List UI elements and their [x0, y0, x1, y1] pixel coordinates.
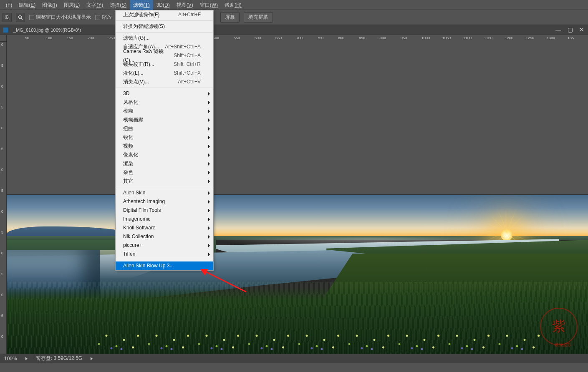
menu-layer[interactable]: 图层(L)	[61, 0, 83, 10]
menuitem-filtercat-1[interactable]: 风格化	[116, 98, 213, 107]
menuitem-filtercat-10[interactable]: 其它	[116, 177, 213, 186]
resize-window-checkbox[interactable]: 调整窗口大小以满屏显示	[29, 14, 91, 21]
menuitem-convert-smart[interactable]: 转换为智能滤镜(S)	[116, 22, 213, 31]
menu-edit[interactable]: 编辑(E)	[15, 0, 39, 10]
menu-separator	[116, 187, 213, 187]
ruler-corner	[0, 35, 7, 42]
svg-line-5	[21, 18, 23, 20]
menuitem-plugin-5[interactable]: Nik Collection	[116, 232, 213, 241]
zoom-level[interactable]: 100%	[4, 356, 17, 362]
menuitem-plugin-6[interactable]: piccure+	[116, 241, 213, 250]
close-button[interactable]: ✕	[578, 26, 585, 33]
menuitem-plugin-1[interactable]: Athentech Imaging	[116, 197, 213, 206]
menuitem-filtercat-0[interactable]: 3D	[116, 89, 213, 98]
watermark: 紫	[540, 308, 578, 345]
horizontal-ruler[interactable]: 0501001502002503003504004505005506006507…	[7, 35, 588, 195]
menuitem-filtercat-6[interactable]: 视频	[116, 142, 213, 151]
scratch-disk-info: 暂存盘: 3.59G/12.5G	[36, 355, 82, 362]
document-tab[interactable]: _MG_6100.jpg @ 100%(RGB/8*)	[10, 27, 84, 33]
svg-line-1	[8, 18, 10, 20]
menu-separator	[116, 20, 213, 21]
menuitem-filtercat-4[interactable]: 扭曲	[116, 124, 213, 133]
document-icon	[3, 28, 8, 33]
menu-separator	[116, 88, 213, 88]
menuitem-plugin-4[interactable]: Knoll Software	[116, 224, 213, 232]
menuitem-filtercat-3[interactable]: 模糊画廊	[116, 116, 213, 124]
menuitem-plugin-2[interactable]: Digital Film Tools	[116, 206, 213, 215]
menuitem-alien-skin-blowup[interactable]: Alien Skin Blow Up 3...	[116, 261, 213, 270]
menuitem-filtercat-5[interactable]: 锐化	[116, 133, 213, 142]
menuitem-last-filter[interactable]: 上次滤镜操作(F)Alt+Ctrl+F	[116, 10, 213, 19]
menu-select[interactable]: 选择(S)	[106, 0, 130, 10]
status-arrow-icon[interactable]	[25, 357, 28, 360]
maximize-button[interactable]: ▢	[566, 26, 574, 33]
menubar: (F) 编辑(E) 图像(I) 图层(L) 文字(Y) 选择(S) 滤镜(T) …	[0, 0, 588, 10]
menuitem-plugin-3[interactable]: Imagenomic	[116, 215, 213, 224]
image-content: 紫 紫缘摄影	[7, 195, 588, 354]
menu-separator	[116, 260, 213, 260]
canvas[interactable]: 紫 紫缘摄影	[7, 195, 588, 354]
menu-image[interactable]: 图像(I)	[39, 0, 60, 10]
vertical-ruler[interactable]: 0505050505050505	[0, 42, 7, 354]
menu-window[interactable]: 窗口(W)	[197, 0, 221, 10]
menuitem-lens-correction[interactable]: 镜头校正(R)...Shift+Ctrl+R	[116, 60, 213, 69]
menu-type[interactable]: 文字(Y)	[83, 0, 106, 10]
menu-filter[interactable]: 滤镜(T)	[130, 0, 153, 10]
zoom-checkbox[interactable]: 缩放	[95, 14, 112, 21]
options-bar: 调整窗口大小以满屏显示 缩放 屏幕 填充屏幕	[0, 10, 588, 25]
menuitem-filtercat-9[interactable]: 杂色	[116, 168, 213, 177]
document-bar: _MG_6100.jpg @ 100%(RGB/8*) — ▢ ✕	[0, 25, 588, 35]
menuitem-camera-raw[interactable]: Camera Raw 滤镜(C)...Shift+Ctrl+A	[116, 51, 213, 60]
menuitem-filtercat-2[interactable]: 模糊	[116, 107, 213, 116]
zoom-in-icon[interactable]	[3, 13, 12, 22]
fill-screen-button[interactable]: 填充屏幕	[244, 12, 273, 23]
menuitem-filter-gallery[interactable]: 滤镜库(G)...	[116, 34, 213, 43]
minimize-button[interactable]: —	[555, 26, 562, 33]
menuitem-filtercat-8[interactable]: 渲染	[116, 159, 213, 168]
zoom-out-icon[interactable]	[16, 13, 25, 22]
menu-help[interactable]: 帮助(H)	[221, 0, 245, 10]
menu-file[interactable]: (F)	[3, 0, 15, 10]
filter-dropdown-menu: 上次滤镜操作(F)Alt+Ctrl+F 转换为智能滤镜(S) 滤镜库(G)...…	[115, 10, 214, 271]
menuitem-filtercat-7[interactable]: 像素化	[116, 151, 213, 159]
menuitem-plugin-7[interactable]: Tiffen	[116, 250, 213, 259]
status-bar: 100% 暂存盘: 3.59G/12.5G	[0, 354, 588, 363]
menu-3d[interactable]: 3D(D)	[153, 0, 173, 10]
menu-separator	[116, 32, 213, 33]
menu-view[interactable]: 视图(V)	[173, 0, 197, 10]
menuitem-liquify[interactable]: 液化(L)...Shift+Ctrl+X	[116, 69, 213, 78]
menuitem-vanishing-point[interactable]: 消失点(V)...Alt+Ctrl+V	[116, 78, 213, 86]
canvas-area: 0505050505050505 05010015020025030035040…	[0, 35, 588, 354]
watermark-subtitle: 紫缘摄影	[555, 342, 571, 348]
menuitem-plugin-0[interactable]: Alien Skin	[116, 189, 213, 197]
status-arrow-icon[interactable]	[91, 357, 93, 360]
fit-screen-button[interactable]: 屏幕	[220, 12, 240, 23]
